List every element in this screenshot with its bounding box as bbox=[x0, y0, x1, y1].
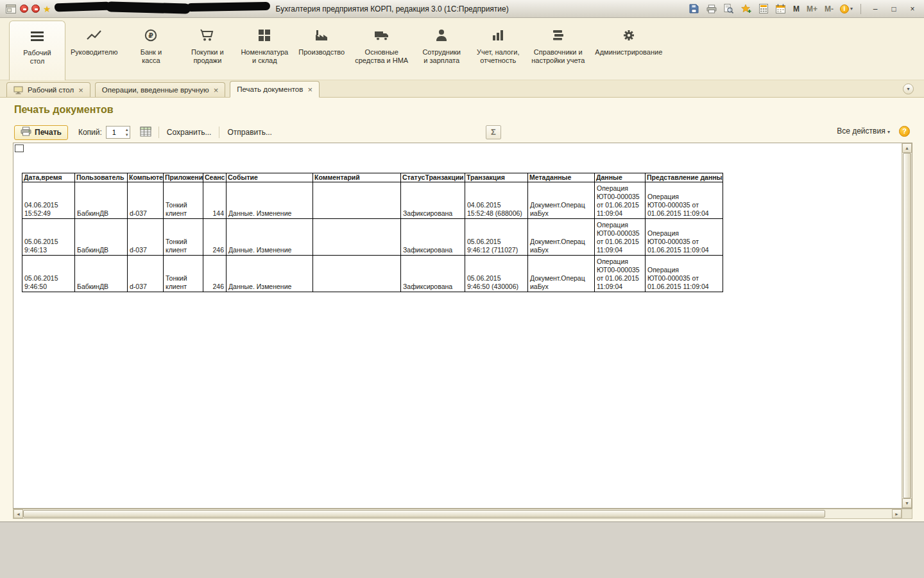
table-cell: 246 bbox=[203, 256, 227, 292]
desktop-icon bbox=[13, 86, 23, 94]
grid-icon bbox=[258, 26, 271, 45]
sum-button[interactable]: Σ bbox=[486, 125, 501, 139]
vertical-scrollbar[interactable]: ▲ ▼ bbox=[902, 143, 912, 508]
table-cell: БабкинДВ bbox=[75, 256, 128, 292]
chevron-down-icon: ▾ bbox=[907, 86, 909, 92]
section-manager[interactable]: Руководителю bbox=[65, 21, 123, 59]
section-references-settings[interactable]: Справочники и настройки учета bbox=[526, 21, 590, 67]
scrollbar-corner bbox=[902, 509, 912, 518]
info-icon: i bbox=[840, 4, 849, 13]
table-cell: 05.06.2015 9:46:12 (711027) bbox=[465, 219, 528, 256]
column-header: Дата,время bbox=[22, 173, 75, 182]
section-label: Производство bbox=[298, 48, 345, 57]
section-staff-salary[interactable]: Сотрудники и зарплата bbox=[413, 21, 470, 67]
tab-bar: Рабочий стол × Операции, введенные вручн… bbox=[0, 80, 924, 98]
table-cell: 05.06.2015 9:46:13 bbox=[22, 219, 75, 256]
save-icon[interactable] bbox=[689, 3, 700, 15]
calculator-icon[interactable] bbox=[758, 3, 769, 15]
printer-icon bbox=[21, 127, 31, 138]
tab-close-icon[interactable]: × bbox=[214, 86, 219, 94]
table-cell: Зафиксирована bbox=[401, 182, 465, 219]
section-accounting-taxes[interactable]: Учет, налоги, отчетность bbox=[470, 21, 526, 67]
tab-close-icon[interactable]: × bbox=[307, 85, 312, 94]
section-bank-cash[interactable]: ₽ Банк и касса bbox=[123, 21, 179, 67]
tab-close-icon[interactable]: × bbox=[78, 86, 83, 94]
cart-icon bbox=[200, 26, 214, 45]
trend-chart-icon bbox=[87, 26, 102, 45]
table-cell bbox=[313, 256, 401, 292]
add-favorite-icon[interactable] bbox=[740, 3, 752, 15]
table-cell: 04.06.2015 15:52:48 (688006) bbox=[465, 182, 528, 219]
section-fixed-assets[interactable]: Основные средства и НМА bbox=[350, 21, 413, 67]
page-title: Печать документов bbox=[14, 104, 114, 116]
section-label: Администрирование bbox=[595, 48, 662, 57]
table-cell: Зафиксирована bbox=[401, 219, 465, 256]
minimize-button[interactable]: – bbox=[869, 3, 882, 15]
table-cell: Данные. Изменение bbox=[227, 182, 313, 219]
window-title: Бухгалтерия предприятия КОРП, редакция 3… bbox=[276, 4, 509, 13]
table-header-row: Дата,время Пользователь Компьютер Прилож… bbox=[22, 173, 723, 182]
maximize-button[interactable]: □ bbox=[887, 3, 900, 15]
scroll-up-arrow[interactable]: ▲ bbox=[902, 143, 912, 153]
all-actions-button[interactable]: Все действия ▾ bbox=[834, 125, 893, 137]
scroll-right-arrow[interactable]: ► bbox=[892, 509, 902, 518]
copies-spinner-down[interactable]: ▼ bbox=[125, 132, 129, 137]
table-cell: Тонкий клиент bbox=[164, 219, 203, 256]
horizontal-scroll-track[interactable] bbox=[825, 509, 892, 518]
table-cell bbox=[313, 182, 401, 219]
close-button[interactable]: × bbox=[906, 3, 919, 15]
red-badge-icon-2 bbox=[31, 4, 40, 13]
favorites-star-icon: ★ bbox=[43, 4, 51, 13]
table-row: 05.06.2015 9:46:13 БабкинДВ d-037 Тонкий… bbox=[22, 219, 723, 256]
scroll-down-arrow[interactable]: ▼ bbox=[902, 498, 912, 508]
section-administration[interactable]: Администрирование bbox=[590, 21, 667, 59]
print-preview-panel[interactable]: Дата,время Пользователь Компьютер Прилож… bbox=[13, 143, 912, 509]
section-desktop[interactable]: Рабочий стол bbox=[9, 21, 65, 80]
tab-label: Операции, введенные вручную bbox=[102, 86, 209, 94]
section-inventory-warehouse[interactable]: Номенклатура и склад bbox=[235, 21, 293, 67]
memory-m-button[interactable]: M bbox=[792, 4, 800, 13]
info-menu-button[interactable]: i ▾ bbox=[840, 4, 853, 13]
column-header: Сеанс bbox=[203, 173, 227, 182]
event-log-table: Дата,время Пользователь Компьютер Прилож… bbox=[22, 173, 723, 292]
chevron-down-icon: ▾ bbox=[850, 6, 853, 12]
print-button[interactable]: Печать bbox=[14, 125, 68, 140]
calendar-icon[interactable] bbox=[775, 3, 787, 15]
copies-spinner-up[interactable]: ▲ bbox=[125, 127, 129, 132]
copies-field: ▲ ▼ bbox=[106, 126, 130, 139]
section-label: Номенклатура и склад bbox=[241, 48, 288, 65]
table-cell bbox=[313, 219, 401, 256]
help-button[interactable]: ? bbox=[899, 126, 910, 137]
tab-label: Печать документов bbox=[237, 85, 303, 93]
table-cell: d-037 bbox=[128, 182, 164, 219]
column-header: СтатусТранзакции bbox=[401, 173, 465, 182]
print-preview-icon[interactable] bbox=[723, 3, 735, 15]
table-cell: 04.06.2015 15:52:49 bbox=[22, 182, 75, 219]
tab-list-button[interactable]: ▾ bbox=[903, 83, 914, 94]
column-header: Событие bbox=[227, 173, 313, 182]
table-row: 04.06.2015 15:52:49 БабкинДВ d-037 Тонки… bbox=[22, 182, 723, 219]
print-toolbar: Печать Копий: ▲ ▼ Сохранить... Отправить… bbox=[0, 123, 924, 141]
table-cell: Тонкий клиент bbox=[164, 256, 203, 292]
print-icon[interactable] bbox=[706, 3, 717, 15]
send-button[interactable]: Отправить... bbox=[225, 127, 275, 138]
memory-m-plus-button[interactable]: M+ bbox=[806, 4, 818, 13]
vertical-scroll-thumb[interactable] bbox=[903, 153, 911, 498]
section-label: Руководителю bbox=[71, 48, 117, 57]
table-cell: Данные. Изменение bbox=[227, 256, 313, 292]
scroll-left-arrow[interactable]: ◄ bbox=[13, 509, 23, 518]
tab-print-documents[interactable]: Печать документов × bbox=[230, 81, 320, 98]
horizontal-scrollbar[interactable]: ◄ ► bbox=[13, 509, 912, 519]
section-purchases-sales[interactable]: Покупки и продажи bbox=[179, 21, 235, 67]
page-setup-button[interactable] bbox=[138, 125, 153, 139]
save-document-button[interactable]: Сохранить... bbox=[164, 127, 214, 138]
menu-icon bbox=[30, 26, 44, 46]
memory-m-minus-button[interactable]: M- bbox=[824, 4, 834, 13]
section-production[interactable]: Производство bbox=[293, 21, 350, 59]
tab-desktop[interactable]: Рабочий стол × bbox=[6, 82, 90, 97]
column-header: Комментарий bbox=[313, 173, 401, 182]
column-header: Данные bbox=[595, 173, 646, 182]
table-row: 05.06.2015 9:46:50 БабкинДВ d-037 Тонкий… bbox=[22, 256, 723, 292]
horizontal-scroll-thumb[interactable] bbox=[23, 510, 825, 518]
tab-manual-operations[interactable]: Операции, введенные вручную × bbox=[95, 82, 226, 97]
